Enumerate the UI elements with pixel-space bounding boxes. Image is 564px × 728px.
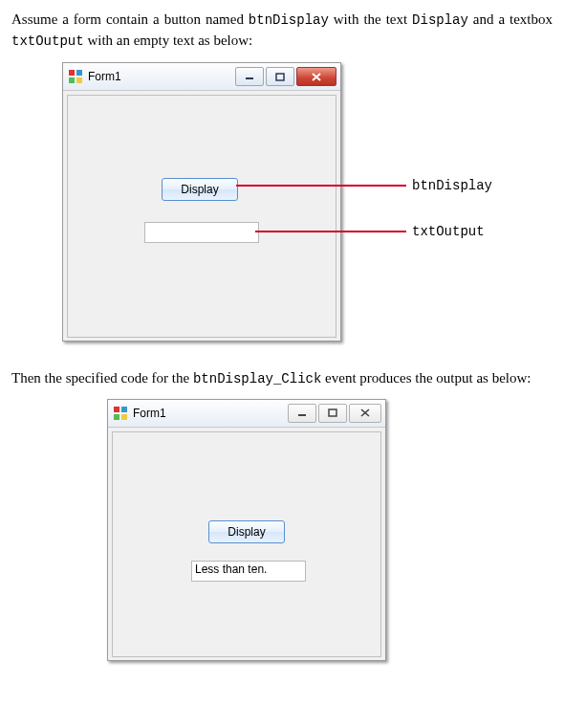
- maximize-button[interactable]: [318, 404, 347, 423]
- client-area: Display: [67, 95, 336, 338]
- window-form1-after: Form1 Display Less than ten.: [107, 399, 386, 661]
- minimize-button[interactable]: [288, 404, 316, 423]
- code-txtOutput: txtOutput: [11, 33, 84, 49]
- intro-paragraph: Assume a form contain a button named btn…: [11, 10, 553, 51]
- mid-text: event produces the output as below:: [321, 370, 531, 386]
- close-button[interactable]: [296, 67, 336, 86]
- annotation-line-txt: [255, 231, 406, 232]
- intro-text: with the text: [329, 11, 412, 27]
- code-btnDisplay: btnDisplay: [249, 12, 329, 28]
- titlebar[interactable]: Form1: [108, 400, 385, 428]
- window-title: Form1: [133, 407, 166, 420]
- mid-paragraph: Then the specified code for the btnDispl…: [11, 368, 553, 389]
- window-form1-before: Form1 Display: [62, 62, 341, 342]
- intro-text: Assume a form contain a button named: [11, 11, 249, 27]
- app-icon: [114, 407, 127, 420]
- window-buttons: [288, 404, 381, 423]
- output-textbox[interactable]: [144, 222, 259, 243]
- app-icon: [69, 70, 82, 83]
- display-button[interactable]: Display: [208, 520, 285, 543]
- close-button[interactable]: [349, 404, 381, 423]
- figure-1: Form1 Display btnDisplay txtOutput: [24, 62, 540, 349]
- intro-text: with an empty text as below:: [84, 33, 253, 48]
- annotation-label-btn: btnDisplay: [412, 178, 492, 193]
- annotation-line-btn: [236, 185, 406, 187]
- svg-rect-5: [329, 409, 336, 416]
- intro-text: and a textbox: [468, 11, 553, 27]
- code-Display: Display: [412, 12, 468, 28]
- output-textbox[interactable]: Less than ten.: [191, 561, 306, 582]
- svg-rect-1: [276, 74, 284, 80]
- minimize-button[interactable]: [235, 67, 264, 86]
- figure-2: Form1 Display Less than ten.: [107, 399, 442, 667]
- window-buttons: [235, 67, 336, 86]
- titlebar[interactable]: Form1: [63, 63, 340, 91]
- window-title: Form1: [88, 70, 121, 83]
- display-button[interactable]: Display: [162, 178, 238, 201]
- code-btnDisplay_Click: btnDisplay_Click: [193, 371, 321, 386]
- maximize-button[interactable]: [266, 67, 294, 86]
- annotation-label-txt: txtOutput: [412, 224, 485, 239]
- client-area: Display Less than ten.: [112, 431, 381, 657]
- mid-text: Then the specified code for the: [11, 370, 193, 386]
